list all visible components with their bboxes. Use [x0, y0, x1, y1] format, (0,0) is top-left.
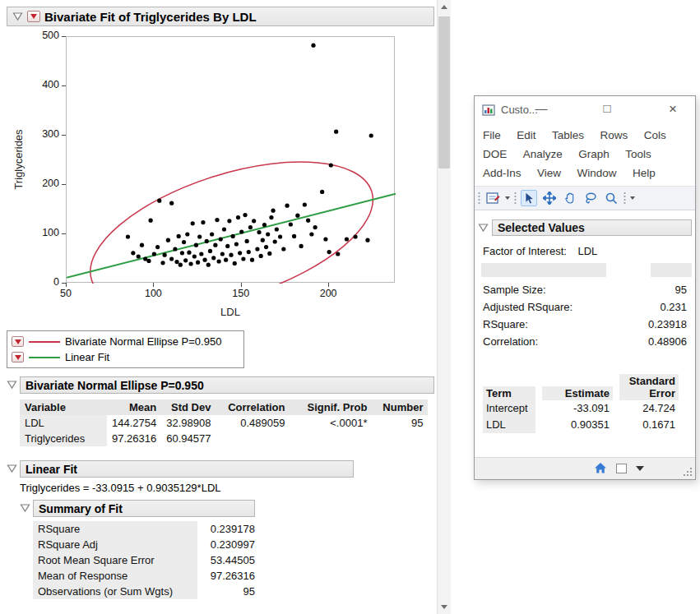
scatter-point[interactable]: [217, 259, 221, 263]
menu-rows[interactable]: Rows: [600, 129, 628, 141]
scatter-point[interactable]: [248, 225, 253, 229]
scroll-down-button[interactable]: [438, 600, 451, 614]
factor-list-box[interactable]: [481, 263, 606, 277]
scatter-point[interactable]: [313, 225, 318, 229]
scatter-point[interactable]: [267, 252, 271, 256]
window-title-bar[interactable]: Custo... — □ ×: [475, 96, 695, 124]
menu-graph[interactable]: Graph: [578, 148, 610, 160]
menu-add-ins[interactable]: Add-Ins: [483, 167, 522, 179]
scatter-point[interactable]: [238, 251, 242, 255]
scatter-point[interactable]: [311, 44, 315, 48]
menu-file[interactable]: File: [483, 129, 501, 141]
menu-view[interactable]: View: [537, 167, 561, 179]
scatter-point[interactable]: [149, 219, 153, 223]
scatter-point[interactable]: [199, 252, 203, 256]
scrollbar-thumb[interactable]: [438, 16, 450, 169]
scatter-point[interactable]: [219, 237, 223, 241]
scatter-point[interactable]: [292, 234, 296, 238]
disclosure-icon[interactable]: [7, 464, 17, 473]
menu-tables[interactable]: Tables: [552, 129, 584, 141]
scatter-point[interactable]: [233, 261, 237, 265]
scatter-point[interactable]: [137, 254, 141, 258]
scatter-point[interactable]: [345, 237, 349, 241]
scatter-point[interactable]: [262, 223, 267, 227]
plot-frame[interactable]: [66, 36, 395, 283]
menu-doe[interactable]: DOE: [483, 148, 507, 160]
menu-tools[interactable]: Tools: [625, 148, 651, 160]
scatter-point[interactable]: [146, 259, 151, 263]
home-icon[interactable]: [594, 462, 607, 474]
scatter-point[interactable]: [309, 232, 313, 236]
menu-help[interactable]: Help: [633, 167, 656, 179]
scatter-point[interactable]: [222, 227, 226, 231]
scatter-point[interactable]: [183, 258, 188, 262]
scatter-point[interactable]: [182, 240, 186, 244]
scatter-point[interactable]: [266, 232, 270, 236]
hand-tool-icon[interactable]: [562, 190, 578, 206]
chevron-down-icon[interactable]: [505, 196, 510, 200]
scatter-point[interactable]: [206, 263, 211, 267]
scatter-point[interactable]: [252, 219, 256, 223]
scatter-point[interactable]: [289, 222, 293, 226]
scatter-point[interactable]: [334, 130, 338, 134]
scatter-point[interactable]: [185, 232, 189, 236]
scatter-point[interactable]: [299, 244, 304, 248]
scatter-point[interactable]: [369, 133, 373, 137]
menu-edit[interactable]: Edit: [517, 129, 535, 141]
scatter-point[interactable]: [174, 260, 178, 264]
scatter-point[interactable]: [210, 232, 214, 236]
journal-icon[interactable]: [484, 190, 501, 206]
scatter-point[interactable]: [365, 238, 369, 242]
scatter-point[interactable]: [269, 215, 273, 219]
value-box[interactable]: [651, 263, 692, 277]
scatter-point[interactable]: [236, 215, 240, 219]
scatter-point[interactable]: [192, 254, 197, 258]
scatter-point[interactable]: [275, 227, 279, 231]
toolbar-grip[interactable]: [514, 192, 517, 205]
scroll-up-button[interactable]: [438, 0, 451, 14]
scatter-point[interactable]: [169, 256, 174, 261]
resize-grip[interactable]: [690, 474, 692, 476]
scatter-point[interactable]: [285, 204, 289, 208]
scatter-point[interactable]: [211, 256, 216, 260]
scatter-point[interactable]: [224, 258, 228, 262]
scatter-point[interactable]: [196, 261, 200, 265]
scatter-point[interactable]: [271, 209, 275, 213]
scatter-point[interactable]: [208, 249, 212, 253]
scatter-point[interactable]: [320, 190, 324, 194]
scatter-point[interactable]: [231, 234, 235, 238]
scatter-point[interactable]: [353, 234, 357, 238]
scatter-point[interactable]: [278, 234, 282, 238]
menu-analyze[interactable]: Analyze: [523, 148, 563, 160]
disclosure-icon[interactable]: [478, 223, 489, 233]
red-triangle-menu-button[interactable]: [12, 336, 24, 347]
toolbar-grip[interactable]: [478, 192, 480, 205]
scatter-point[interactable]: [202, 258, 206, 262]
scatter-point[interactable]: [261, 238, 265, 242]
scatter-point[interactable]: [234, 242, 239, 246]
scatter-plot[interactable]: [67, 37, 396, 284]
chevron-down-icon[interactable]: [630, 196, 635, 200]
scatter-point[interactable]: [160, 261, 165, 265]
red-triangle-menu-button[interactable]: [27, 11, 40, 22]
scatter-point[interactable]: [241, 256, 245, 261]
vertical-scrollbar[interactable]: [437, 0, 451, 614]
scatter-point[interactable]: [166, 238, 170, 242]
scatter-point[interactable]: [257, 230, 261, 234]
scatter-point[interactable]: [295, 214, 299, 218]
lasso-tool-icon[interactable]: [582, 190, 599, 206]
scatter-point[interactable]: [188, 261, 192, 265]
minimize-button[interactable]: —: [532, 101, 550, 115]
disclosure-icon[interactable]: [7, 380, 17, 390]
scatter-point[interactable]: [255, 247, 259, 251]
scatter-point[interactable]: [239, 229, 243, 233]
scatter-point[interactable]: [220, 252, 225, 256]
scatter-point[interactable]: [225, 244, 229, 248]
scatter-point[interactable]: [180, 251, 184, 255]
menu-window[interactable]: Window: [577, 167, 616, 179]
arrow-tool-icon[interactable]: [521, 190, 537, 206]
move-tool-icon[interactable]: [541, 190, 558, 206]
scatter-point[interactable]: [227, 219, 231, 223]
scatter-point[interactable]: [259, 254, 263, 258]
scatter-point[interactable]: [213, 243, 217, 247]
